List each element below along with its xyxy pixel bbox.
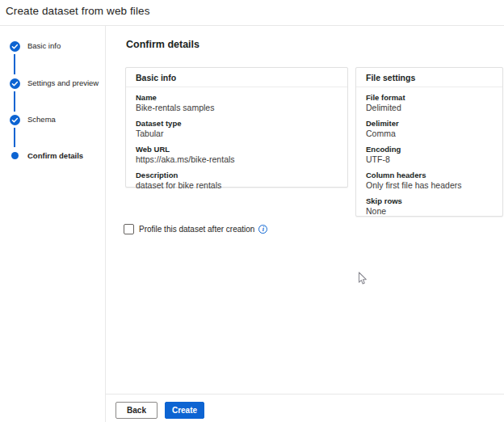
card-title: File settings [356, 68, 502, 87]
field-value: Bike-rentals samples [136, 103, 338, 113]
field-label: Delimiter [366, 119, 493, 129]
step-settings-preview[interactable]: Settings and preview [10, 78, 99, 88]
field-encoding: Encoding UTF-8 [366, 145, 493, 165]
field-value: dataset for bike rentals [136, 180, 338, 191]
field-column-headers: Column headers Only first file has heade… [366, 171, 493, 191]
field-value: Delimited [366, 103, 493, 113]
page-title: Create dataset from web files [6, 5, 149, 17]
step-schema[interactable]: Schema [10, 114, 56, 124]
step-complete-icon [10, 114, 20, 124]
field-label: Description [136, 171, 338, 180]
field-value: Only first file has headers [366, 180, 493, 191]
step-connector [14, 91, 15, 112]
field-value: Comma [366, 129, 493, 139]
field-value: UTF-8 [366, 154, 493, 165]
profile-checkbox-label: Profile this dataset after creation [139, 225, 254, 234]
step-basic-info[interactable]: Basic info [10, 40, 61, 51]
file-settings-card: File settings File format Delimited Deli… [355, 67, 503, 217]
step-connector [14, 128, 15, 147]
step-label: Settings and preview [27, 78, 99, 87]
step-confirm-details[interactable]: Confirm details [10, 150, 83, 161]
field-label: File format [366, 93, 493, 103]
field-skip-rows: Skip rows None [366, 196, 493, 217]
field-label: Column headers [366, 171, 493, 180]
field-dataset-type: Dataset type Tabular [136, 119, 338, 139]
profile-checkbox-row: Profile this dataset after creation i [124, 224, 267, 234]
field-label: Skip rows [366, 196, 493, 206]
step-complete-icon [10, 78, 20, 88]
step-label: Basic info [27, 41, 61, 50]
basic-info-card: Basic info Name Bike-rentals samples Dat… [125, 67, 348, 188]
footer-divider [106, 394, 504, 395]
step-label: Schema [27, 115, 56, 124]
field-web-url: Web URL https://aka.ms/bike-rentals [136, 145, 338, 165]
field-label: Name [136, 93, 338, 103]
field-label: Dataset type [136, 119, 338, 129]
field-name: Name Bike-rentals samples [136, 93, 338, 113]
field-value: None [366, 206, 493, 217]
cursor-icon [358, 272, 368, 289]
field-value: https://aka.ms/bike-rentals [136, 154, 338, 165]
back-button[interactable]: Back [116, 402, 158, 419]
field-value: Tabular [136, 129, 338, 139]
profile-checkbox[interactable] [124, 224, 134, 234]
field-label: Web URL [136, 145, 338, 154]
section-heading: Confirm details [126, 39, 200, 50]
card-title: Basic info [126, 68, 347, 87]
create-dataset-wizard: Create dataset from web files Basic info… [0, 0, 504, 422]
create-button[interactable]: Create [165, 402, 204, 419]
field-description: Description dataset for bike rentals [136, 171, 338, 191]
field-delimiter: Delimiter Comma [366, 119, 493, 139]
step-current-icon [10, 150, 20, 161]
info-icon[interactable]: i [258, 225, 267, 234]
header-divider [0, 25, 504, 26]
sidebar-divider [105, 26, 106, 422]
field-label: Encoding [366, 145, 493, 154]
step-connector [14, 54, 15, 74]
field-file-format: File format Delimited [366, 93, 493, 113]
step-label: Confirm details [27, 151, 83, 160]
step-complete-icon [10, 40, 20, 51]
